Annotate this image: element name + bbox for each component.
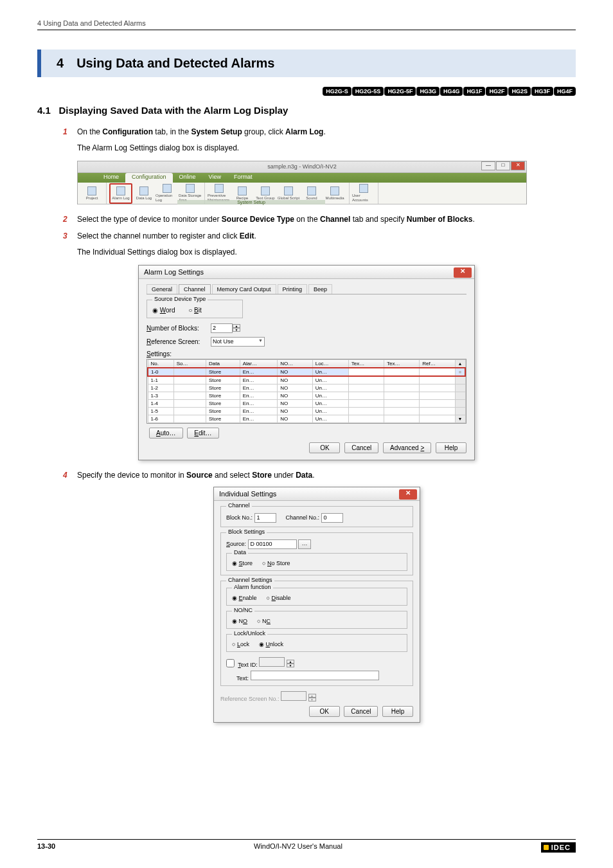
- grid-cell[interactable]: En…: [240, 368, 278, 376]
- grid-cell[interactable]: 1-0: [148, 368, 173, 376]
- settings-grid[interactable]: No.So…DataAlar…NO…Loc…Tex…Tex…Ref…▲1-0St…: [147, 359, 466, 424]
- grid-header[interactable]: Loc…: [312, 359, 348, 368]
- scroll-down-icon[interactable]: ▼: [455, 415, 465, 422]
- spinner[interactable]: ▲▼: [287, 660, 294, 667]
- unlock-radio[interactable]: ◉ Unlock: [259, 641, 283, 647]
- ribbon-button[interactable]: Project: [80, 183, 103, 204]
- auto-button[interactable]: Auto…: [149, 428, 183, 439]
- grid-cell[interactable]: Un…: [312, 384, 348, 392]
- grid-cell[interactable]: Store: [206, 399, 240, 407]
- grid-cell[interactable]: [173, 368, 206, 376]
- advanced-button[interactable]: Advanced >: [383, 442, 431, 453]
- channel-no-input[interactable]: 0: [321, 513, 343, 523]
- nc-radio[interactable]: ○ NC: [257, 618, 271, 624]
- cancel-button[interactable]: Cancel: [344, 442, 378, 453]
- scrollbar-track[interactable]: [455, 392, 465, 399]
- maximize-button[interactable]: □: [496, 161, 510, 170]
- lock-radio[interactable]: ○ Lock: [232, 641, 249, 647]
- grid-cell[interactable]: NO: [278, 376, 312, 384]
- ribbon-tab[interactable]: Format: [227, 173, 259, 183]
- grid-cell[interactable]: [420, 376, 455, 384]
- grid-cell[interactable]: Store: [206, 376, 240, 384]
- grid-cell[interactable]: Un…: [312, 415, 348, 422]
- grid-header[interactable]: Data: [206, 359, 240, 368]
- grid-cell[interactable]: 1-1: [148, 376, 173, 384]
- grid-cell[interactable]: Un…: [312, 407, 348, 415]
- grid-cell[interactable]: Store: [206, 384, 240, 392]
- ribbon-button[interactable]: Multimedia: [323, 183, 346, 204]
- grid-cell[interactable]: Un…: [312, 399, 348, 407]
- bit-radio[interactable]: ○ Bit: [188, 307, 202, 314]
- grid-cell[interactable]: [348, 399, 384, 407]
- grid-cell[interactable]: NO: [278, 407, 312, 415]
- dialog-tab[interactable]: Printing: [278, 284, 308, 294]
- text-id-input[interactable]: [259, 657, 285, 667]
- disable-radio[interactable]: ○ Disable: [267, 595, 291, 601]
- close-icon[interactable]: ✕: [399, 489, 417, 500]
- cancel-button[interactable]: Cancel: [344, 706, 378, 717]
- grid-cell[interactable]: [173, 415, 206, 422]
- ribbon-button[interactable]: User Accounts: [352, 183, 375, 204]
- grid-cell[interactable]: [420, 368, 455, 376]
- grid-cell[interactable]: En…: [240, 384, 278, 392]
- grid-cell[interactable]: Store: [206, 392, 240, 399]
- grid-cell[interactable]: 1-3: [148, 392, 173, 399]
- grid-cell[interactable]: En…: [240, 399, 278, 407]
- grid-cell[interactable]: Store: [206, 415, 240, 422]
- scrollbar-track[interactable]: [455, 384, 465, 392]
- grid-cell[interactable]: 1-5: [148, 407, 173, 415]
- grid-cell[interactable]: 1-6: [148, 415, 173, 422]
- scrollbar-track[interactable]: [455, 376, 465, 384]
- grid-header[interactable]: Tex…: [348, 359, 384, 368]
- grid-cell[interactable]: [420, 399, 455, 407]
- table-row[interactable]: 1-6StoreEn…NOUn…▼: [148, 415, 465, 422]
- table-row[interactable]: 1-3StoreEn…NOUn…: [148, 392, 465, 399]
- ribbon-tab[interactable]: View: [202, 173, 227, 183]
- text-id-checkbox[interactable]: [226, 659, 235, 667]
- scrollbar-track[interactable]: ■: [455, 368, 465, 376]
- grid-cell[interactable]: [348, 415, 384, 422]
- ribbon-button[interactable]: Alarm Log: [109, 183, 132, 204]
- dialog-tab[interactable]: Memory Card Output: [212, 284, 276, 294]
- ribbon-tab[interactable]: Home: [97, 173, 125, 183]
- no-radio[interactable]: ◉ NO: [232, 618, 247, 624]
- grid-cell[interactable]: [384, 415, 420, 422]
- edit-button[interactable]: Edit…: [187, 428, 218, 439]
- ribbon-tab[interactable]: Configuration: [125, 173, 173, 183]
- grid-cell[interactable]: [173, 384, 206, 392]
- grid-cell[interactable]: [384, 376, 420, 384]
- grid-cell[interactable]: En…: [240, 392, 278, 399]
- grid-cell[interactable]: 1-2: [148, 384, 173, 392]
- grid-cell[interactable]: Un…: [312, 392, 348, 399]
- grid-cell[interactable]: NO: [278, 415, 312, 422]
- grid-cell[interactable]: [348, 392, 384, 399]
- source-input[interactable]: D 00100: [248, 539, 297, 549]
- grid-cell[interactable]: NO: [278, 392, 312, 399]
- grid-header[interactable]: Tex…: [384, 359, 420, 368]
- no-store-radio[interactable]: ○ No Store: [262, 560, 290, 566]
- ribbon-tab[interactable]: Online: [173, 173, 202, 183]
- grid-cell[interactable]: En…: [240, 376, 278, 384]
- grid-cell[interactable]: NO: [278, 384, 312, 392]
- scroll-up-icon[interactable]: ▲: [455, 359, 465, 368]
- help-button[interactable]: Help: [382, 706, 413, 717]
- scrollbar-track[interactable]: [455, 407, 465, 415]
- grid-header[interactable]: Ref…: [420, 359, 455, 368]
- table-row[interactable]: 1-1StoreEn…NOUn…: [148, 376, 465, 384]
- word-radio[interactable]: ◉ Word: [152, 307, 175, 314]
- grid-header[interactable]: No.: [148, 359, 173, 368]
- grid-cell[interactable]: [420, 415, 455, 422]
- grid-cell[interactable]: [173, 399, 206, 407]
- dialog-tab[interactable]: General: [147, 284, 177, 294]
- close-button[interactable]: ✕: [511, 161, 525, 170]
- grid-header[interactable]: NO…: [278, 359, 312, 368]
- minimize-button[interactable]: —: [481, 161, 495, 170]
- grid-cell[interactable]: Store: [206, 407, 240, 415]
- grid-cell[interactable]: NO: [278, 368, 312, 376]
- ribbon-button[interactable]: Operation Log: [155, 183, 179, 204]
- browse-button[interactable]: …: [298, 539, 311, 549]
- spinner[interactable]: ▲▼: [233, 324, 240, 332]
- grid-cell[interactable]: En…: [240, 415, 278, 422]
- table-row[interactable]: 1-4StoreEn…NOUn…: [148, 399, 465, 407]
- grid-cell[interactable]: [348, 384, 384, 392]
